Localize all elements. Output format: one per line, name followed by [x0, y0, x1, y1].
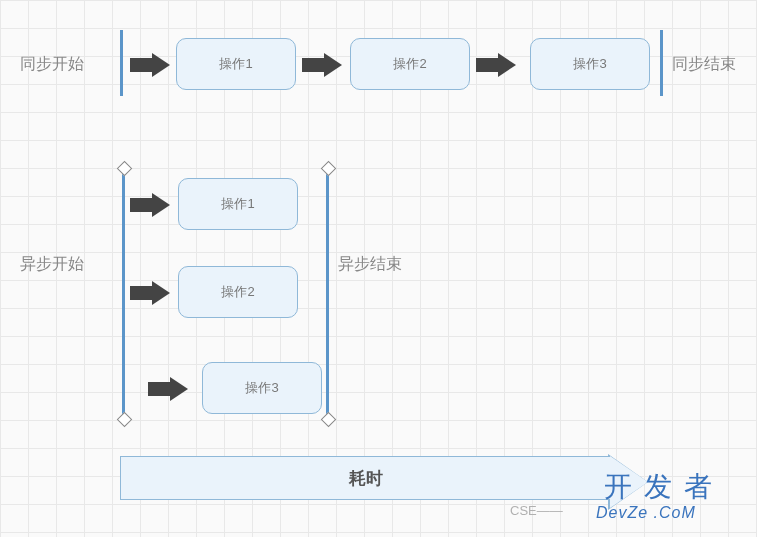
arrow-icon	[130, 286, 170, 300]
watermark-main: 开 发 者	[604, 468, 714, 506]
sync-op2-box: 操作2	[350, 38, 470, 90]
arrow-icon	[148, 382, 188, 396]
async-op1-box: 操作1	[178, 178, 298, 230]
time-axis-arrow: 耗时	[120, 456, 648, 508]
async-op2-box: 操作2	[178, 266, 298, 318]
arrow-icon	[130, 198, 170, 212]
arrow-icon	[476, 58, 516, 72]
sync-start-label: 同步开始	[20, 54, 84, 75]
arrow-icon	[302, 58, 342, 72]
sync-op1-box: 操作1	[176, 38, 296, 90]
async-end-label: 异步结束	[338, 254, 402, 275]
sync-end-bar	[660, 30, 663, 96]
async-start-bar	[122, 168, 125, 420]
sync-start-bar	[120, 30, 123, 96]
async-end-bar	[326, 168, 329, 420]
watermark-sub: DevZe .CoM	[596, 504, 696, 522]
sync-end-label: 同步结束	[672, 54, 736, 75]
async-op3-box: 操作3	[202, 362, 322, 414]
arrow-icon	[130, 58, 170, 72]
watermark-faint: CSE——	[510, 503, 563, 518]
time-axis-label: 耗时	[120, 456, 610, 500]
sync-op3-box: 操作3	[530, 38, 650, 90]
async-start-label: 异步开始	[20, 254, 84, 275]
